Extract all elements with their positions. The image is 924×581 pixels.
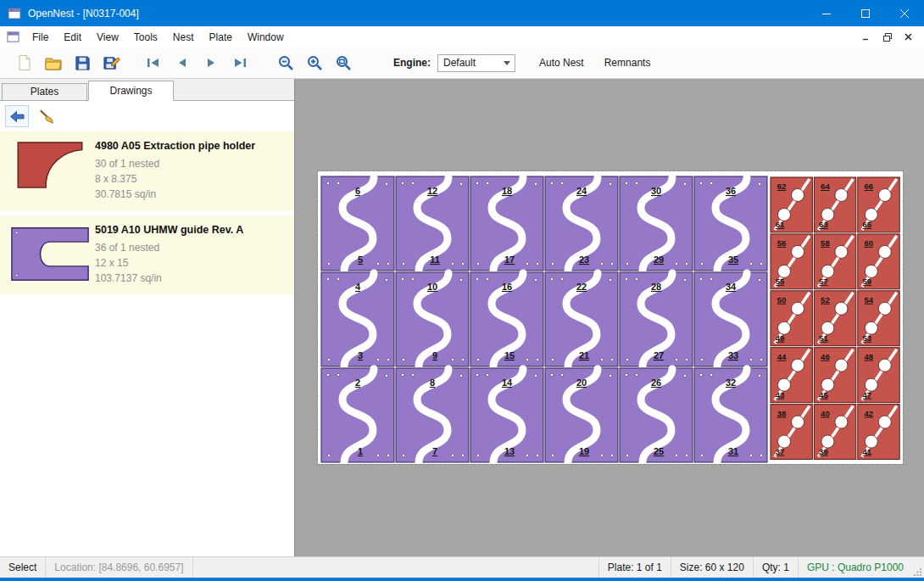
- purple-part-pair[interactable]: 21: [321, 368, 394, 462]
- svg-text:41: 41: [863, 447, 872, 456]
- purple-part-pair[interactable]: 3029: [620, 176, 693, 271]
- svg-text:51: 51: [819, 333, 828, 343]
- remnants-button[interactable]: Remnants: [598, 53, 658, 73]
- red-part-pair[interactable]: 5655: [771, 234, 812, 289]
- purple-part-pair[interactable]: 109: [396, 272, 469, 366]
- nest-plate-svg: 6512111817242330293635431091615222128273…: [318, 171, 903, 464]
- open-button[interactable]: [41, 51, 66, 75]
- svg-text:38: 38: [777, 409, 787, 418]
- nav-next-button[interactable]: [198, 51, 224, 75]
- clear-broom-button[interactable]: [34, 105, 58, 127]
- menu-nest[interactable]: Nest: [165, 28, 202, 47]
- drawing-item[interactable]: 5019 A10 UHMW guide Rev. A 36 of 1 neste…: [0, 215, 294, 294]
- svg-text:21: 21: [579, 350, 589, 360]
- purple-part-pair[interactable]: 1615: [470, 272, 543, 366]
- purple-part-pair[interactable]: 2827: [620, 272, 693, 366]
- nav-prev-button[interactable]: [170, 51, 195, 75]
- svg-text:34: 34: [726, 282, 737, 292]
- menu-window[interactable]: Window: [240, 28, 292, 47]
- nav-first-button[interactable]: [141, 51, 166, 75]
- svg-text:40: 40: [821, 409, 830, 418]
- assign-parts-button[interactable]: [5, 105, 29, 127]
- svg-text:33: 33: [728, 350, 738, 360]
- svg-text:2: 2: [355, 377, 360, 388]
- red-part-pair[interactable]: 5453: [858, 291, 899, 346]
- menu-file[interactable]: File: [25, 28, 56, 47]
- purple-part-pair[interactable]: 87: [396, 368, 469, 462]
- red-part-pair[interactable]: 5049: [771, 291, 812, 346]
- red-part-pair[interactable]: 5251: [814, 291, 855, 346]
- red-part-pair[interactable]: 4847: [858, 348, 899, 403]
- mdi-window-controls: [857, 29, 924, 45]
- menu-view[interactable]: View: [89, 28, 126, 47]
- purple-part-pair[interactable]: 2019: [545, 368, 618, 462]
- svg-text:5: 5: [358, 254, 363, 265]
- zoom-fit-button[interactable]: [331, 51, 356, 75]
- engine-label: Engine:: [393, 57, 431, 69]
- purple-part-pair[interactable]: 3231: [694, 368, 767, 462]
- svg-text:52: 52: [821, 295, 830, 304]
- svg-text:57: 57: [819, 277, 828, 286]
- svg-text:8: 8: [430, 377, 435, 388]
- red-part-pair[interactable]: 6665: [858, 177, 899, 232]
- svg-text:25: 25: [654, 446, 664, 456]
- red-part-pair[interactable]: 5857: [814, 234, 855, 289]
- purple-part-pair[interactable]: 2221: [545, 272, 618, 366]
- menu-bar: File Edit View Tools Nest Plate Window: [0, 26, 924, 47]
- panel-tabs: Plates Drawings: [0, 79, 294, 101]
- svg-text:43: 43: [776, 390, 785, 399]
- save-as-button[interactable]: [98, 51, 124, 75]
- drawing-info: 5019 A10 UHMW guide Rev. A 36 of 1 neste…: [95, 219, 289, 288]
- tab-drawings[interactable]: Drawings: [88, 81, 174, 101]
- red-part-pair[interactable]: 4645: [814, 348, 855, 403]
- purple-part-pair[interactable]: 43: [321, 272, 394, 366]
- mdi-close-button[interactable]: [899, 29, 917, 45]
- resize-grip[interactable]: [912, 557, 924, 578]
- status-location: Location: [84.8696, 60.6957]: [46, 557, 192, 578]
- nav-last-button[interactable]: [227, 51, 253, 75]
- mdi-restore-button[interactable]: [878, 29, 896, 45]
- svg-text:35: 35: [728, 254, 738, 265]
- nest-canvas[interactable]: 6512111817242330293635431091615222128273…: [295, 79, 924, 556]
- maximize-button[interactable]: [846, 0, 885, 26]
- minimize-button[interactable]: [807, 0, 846, 26]
- red-part-pair[interactable]: 6463: [814, 177, 855, 232]
- engine-value: Default: [443, 57, 504, 69]
- red-part-pair[interactable]: 3837: [771, 405, 812, 460]
- purple-part-pair[interactable]: 2423: [545, 176, 618, 271]
- purple-part-pair[interactable]: 2625: [620, 368, 693, 462]
- engine-select[interactable]: Default: [437, 54, 515, 72]
- new-button[interactable]: [12, 51, 37, 75]
- purple-part-pair[interactable]: 1413: [470, 368, 543, 462]
- red-part-pair[interactable]: 4241: [858, 405, 899, 460]
- purple-part-pair[interactable]: 3433: [694, 272, 767, 366]
- red-part-pair[interactable]: 6261: [771, 177, 812, 232]
- auto-nest-button[interactable]: Auto Nest: [532, 53, 591, 73]
- plate[interactable]: 6512111817242330293635431091615222128273…: [318, 171, 903, 464]
- zoom-in-button[interactable]: [302, 51, 327, 75]
- zoom-out-button[interactable]: [273, 51, 298, 75]
- tab-plates[interactable]: Plates: [2, 83, 87, 100]
- purple-part-pair[interactable]: 1817: [470, 176, 543, 271]
- close-button[interactable]: [885, 0, 924, 26]
- drawing-item[interactable]: 4980 A05 Extraction pipe holder 30 of 1 …: [0, 131, 294, 210]
- svg-text:39: 39: [819, 447, 828, 456]
- red-part-pair[interactable]: 6059: [858, 234, 899, 289]
- menu-edit[interactable]: Edit: [56, 28, 89, 47]
- purple-part-pair[interactable]: 65: [321, 176, 394, 271]
- svg-text:48: 48: [865, 352, 874, 361]
- purple-part-pair[interactable]: 3635: [694, 176, 767, 271]
- title-bar: OpenNest - [N0317-004]: [0, 0, 924, 26]
- drawing-nested: 36 of 1 nested: [95, 242, 289, 254]
- red-part-pair[interactable]: 4443: [771, 348, 812, 403]
- menu-plate[interactable]: Plate: [202, 28, 240, 47]
- menu-tools[interactable]: Tools: [126, 28, 165, 47]
- red-part-pair[interactable]: 4039: [814, 405, 855, 460]
- drawing-info: 4980 A05 Extraction pipe holder 30 of 1 …: [95, 135, 289, 204]
- svg-text:36: 36: [726, 186, 736, 196]
- purple-part-pair[interactable]: 1211: [396, 176, 469, 271]
- svg-text:55: 55: [776, 277, 785, 286]
- svg-text:31: 31: [728, 446, 738, 456]
- save-button[interactable]: [70, 51, 95, 75]
- mdi-minimize-button[interactable]: [857, 29, 875, 45]
